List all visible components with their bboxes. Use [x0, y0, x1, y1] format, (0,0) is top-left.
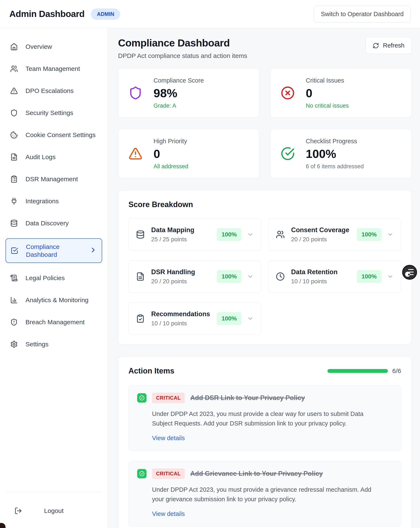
shield-icon	[128, 86, 142, 100]
cookie-icon	[10, 131, 18, 139]
top-header: Admin Dashboard ADMIN Switch to Operator…	[0, 0, 420, 28]
completed-check-icon	[137, 469, 147, 478]
sidebar-item-legal-policies[interactable]: Legal Policies	[6, 271, 102, 285]
percent-badge: 100%	[357, 228, 381, 241]
breakdown-card-dsr-handling[interactable]: DSR Handling 20 / 20 points 100%	[128, 260, 261, 293]
logout-icon	[14, 507, 22, 515]
stat-card-checklist-progress: Checklist Progress 100% 6 of 6 items add…	[270, 129, 411, 178]
floating-outline-widget-button[interactable]	[402, 265, 417, 280]
view-details-link[interactable]: View details	[152, 435, 185, 442]
logout-label: Logout	[44, 507, 64, 515]
admin-dashboard-page: Admin Dashboard ADMIN Switch to Operator…	[0, 0, 420, 528]
severity-badge: CRITICAL	[152, 393, 185, 403]
page-subtitle: DPDP Act compliance status and action it…	[118, 52, 247, 60]
breakdown-card-data-retention[interactable]: Data Retention 10 / 10 points 100%	[268, 260, 401, 293]
database-icon	[10, 219, 18, 227]
stat-value: 98%	[154, 86, 204, 100]
sidebar-item-cookie-consent[interactable]: Cookie Consent Settings	[6, 128, 102, 142]
file-text-icon	[136, 272, 145, 281]
chevron-down-icon[interactable]	[387, 231, 394, 238]
action-items-progress-label: 6/6	[392, 367, 401, 374]
sidebar-item-integrations[interactable]: Integrations	[6, 194, 102, 208]
stat-value: 0	[154, 147, 188, 161]
chevron-down-icon[interactable]	[247, 273, 254, 280]
sidebar-item-data-discovery[interactable]: Data Discovery	[6, 216, 102, 230]
chevron-down-icon[interactable]	[247, 231, 254, 238]
breakdown-card-recommendations[interactable]: Recommendations 10 / 10 points 100%	[128, 302, 261, 335]
score-breakdown-title: Score Breakdown	[128, 200, 401, 209]
shield-alert-icon	[10, 318, 18, 326]
stat-status: 6 of 6 items addressed	[306, 163, 364, 170]
action-item-description: Under DPDP Act 2023, you must provide a …	[152, 409, 383, 428]
percent-badge: 100%	[217, 312, 241, 325]
breakdown-card-data-mapping[interactable]: Data Mapping 25 / 25 points 100%	[128, 218, 261, 251]
sidebar-item-breach-management[interactable]: Breach Management	[6, 315, 102, 329]
action-items-title: Action Items	[128, 367, 174, 375]
check-circle-icon	[281, 147, 295, 161]
sidebar-item-analytics-monitoring[interactable]: Analytics & Monitoring	[6, 293, 102, 307]
percent-badge: 100%	[217, 228, 241, 241]
sidebar-item-dpo-escalations[interactable]: DPO Escalations	[6, 84, 102, 98]
database-icon	[136, 230, 145, 239]
sidebar-item-security-settings[interactable]: Security Settings	[6, 106, 102, 120]
sidebar-item-overview[interactable]: Overview	[6, 40, 102, 54]
chevron-down-icon[interactable]	[387, 273, 394, 280]
stat-status: Grade: A	[154, 103, 204, 109]
check-square-icon	[11, 247, 18, 254]
stat-label: Critical Issues	[306, 77, 349, 84]
refresh-icon	[373, 42, 379, 49]
outline-list-icon	[406, 269, 414, 276]
stat-label: High Priority	[154, 138, 188, 145]
sidebar-item-settings[interactable]: Settings	[6, 337, 102, 351]
users-icon	[276, 230, 285, 239]
sidebar-item-audit-logs[interactable]: Audit Logs	[6, 150, 102, 164]
page-title: Compliance Dashboard	[118, 37, 247, 49]
action-item-grievance-link: CRITICAL Add Grievance Link to Your Priv…	[128, 461, 401, 527]
completed-check-icon	[137, 393, 147, 403]
view-details-link[interactable]: View details	[152, 510, 185, 517]
stat-label: Checklist Progress	[306, 138, 364, 145]
sidebar-item-team-management[interactable]: Team Management	[6, 62, 102, 76]
stat-value: 0	[306, 86, 349, 100]
stat-card-critical-issues: Critical Issues 0 No critical issues	[270, 68, 411, 118]
sidebar-item-compliance-dashboard[interactable]: Compliance Dashboard	[6, 238, 102, 263]
action-item-dsr-link: CRITICAL Add DSR Link to Your Privacy Po…	[128, 385, 401, 451]
breakdown-card-consent-coverage[interactable]: Consent Coverage 20 / 20 points 100%	[268, 218, 401, 251]
clipboard-list-icon	[10, 175, 18, 183]
shield-icon	[10, 109, 18, 117]
stat-card-high-priority: High Priority 0 All addressed	[118, 129, 259, 178]
scroll-icon	[10, 274, 18, 282]
alert-triangle-icon	[128, 147, 142, 161]
clock-icon	[276, 272, 285, 281]
plug-icon	[10, 197, 18, 205]
action-item-title: Add Grievance Link to Your Privacy Polic…	[190, 470, 323, 478]
refresh-button[interactable]: Refresh	[366, 37, 411, 54]
home-icon	[10, 43, 18, 50]
action-items-panel: Action Items 6/6 CRITICAL Add DSR Link t…	[118, 357, 411, 528]
percent-badge: 100%	[357, 270, 381, 283]
stat-status: All addressed	[154, 163, 188, 170]
stat-status: No critical issues	[306, 103, 349, 109]
action-items-progress-bar	[327, 369, 388, 373]
stat-label: Compliance Score	[154, 77, 204, 84]
logout-button[interactable]: Logout	[6, 492, 102, 519]
action-item-title: Add DSR Link to Your Privacy Policy	[190, 394, 305, 402]
app-title: Admin Dashboard	[9, 9, 85, 19]
sidebar-item-dsr-management[interactable]: DSR Management	[6, 172, 102, 186]
chevron-down-icon[interactable]	[247, 315, 254, 322]
main-content: Compliance Dashboard DPDP Act compliance…	[108, 28, 420, 528]
x-circle-icon	[281, 86, 295, 100]
score-breakdown-panel: Score Breakdown Data Mapping 25 / 25 poi…	[118, 190, 411, 345]
switch-dashboard-button[interactable]: Switch to Operator Dashboard	[314, 6, 411, 23]
percent-badge: 100%	[217, 270, 241, 283]
action-item-description: Under DPDP Act 2023, you must provide a …	[152, 485, 383, 504]
alert-triangle-icon	[10, 87, 18, 95]
stat-value: 100%	[306, 147, 364, 161]
stats-grid: Compliance Score 98% Grade: A Critical I…	[118, 68, 411, 178]
severity-badge: CRITICAL	[152, 468, 185, 479]
clipboard-check-icon	[136, 314, 145, 323]
chevron-right-icon	[89, 246, 97, 255]
admin-role-badge: ADMIN	[91, 9, 120, 20]
users-icon	[10, 65, 18, 72]
stat-card-compliance-score: Compliance Score 98% Grade: A	[118, 68, 259, 118]
